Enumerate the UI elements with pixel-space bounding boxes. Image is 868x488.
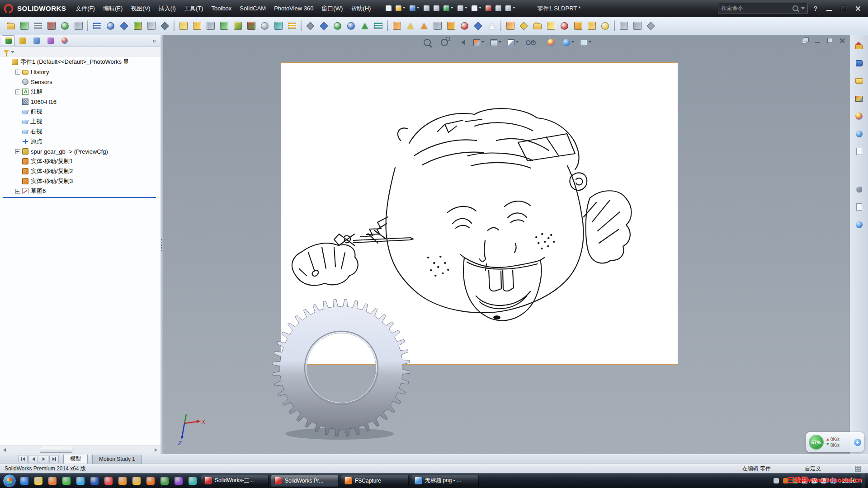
help-button[interactable]: ? — [808, 5, 823, 12]
macro-icon[interactable] — [645, 19, 657, 33]
separator[interactable] — [301, 20, 302, 31]
sketch-tool-icon[interactable] — [504, 19, 516, 33]
splitter-grip[interactable] — [161, 239, 162, 251]
stock-setup-icon[interactable] — [445, 19, 457, 33]
expand-icon[interactable] — [15, 179, 20, 184]
previous-view-icon[interactable] — [456, 37, 467, 48]
tree-item[interactable]: Sensors — [0, 77, 160, 87]
dome-icon[interactable] — [345, 19, 357, 33]
wrap-icon[interactable] — [331, 19, 344, 33]
minimize-button[interactable] — [823, 4, 835, 14]
gear-body[interactable] — [273, 299, 410, 436]
menu-item[interactable]: SolidCAM — [236, 0, 270, 17]
net-monitor-widget[interactable]: 57% 0K/s 0K/s — [806, 432, 864, 452]
tree-item[interactable]: 草图6 — [0, 186, 160, 196]
graphics-area[interactable]: X Z — [163, 35, 850, 454]
separator[interactable] — [87, 20, 88, 31]
chat-icon[interactable] — [61, 475, 72, 487]
trim-entities-icon[interactable] — [545, 19, 557, 33]
open-doc-icon[interactable] — [395, 4, 406, 14]
select-arrow-icon[interactable] — [486, 19, 498, 33]
intersect-icon[interactable] — [372, 19, 384, 33]
select-icon[interactable] — [471, 4, 482, 14]
scroll-right-icon[interactable] — [155, 448, 159, 452]
measure-icon[interactable] — [45, 19, 57, 33]
displaymanager-tab[interactable] — [58, 35, 71, 46]
open-library-icon[interactable] — [5, 19, 17, 33]
section-view-icon[interactable] — [473, 37, 485, 48]
video-icon[interactable] — [173, 475, 184, 487]
mirror-entities-icon[interactable] — [572, 19, 584, 33]
menu-item[interactable]: 文件(F) — [71, 0, 99, 17]
dimxpertmanager-tab[interactable] — [44, 35, 57, 46]
draft-icon[interactable] — [318, 19, 330, 33]
flex-icon[interactable] — [359, 19, 371, 33]
gear-part[interactable] — [264, 291, 418, 445]
design-library-icon[interactable] — [854, 58, 864, 69]
fscapture-task[interactable]: FSCapture — [341, 475, 409, 487]
menu-item[interactable]: 工具(T) — [180, 0, 208, 17]
net-monitor-expand-icon[interactable] — [854, 439, 861, 446]
panel-splitter[interactable] — [160, 35, 163, 454]
save-icon[interactable] — [409, 4, 420, 14]
expand-icon[interactable] — [15, 119, 20, 124]
toolbox-gear-icon[interactable] — [391, 19, 403, 33]
doc-restore-icon[interactable] — [826, 38, 833, 43]
media-player-icon[interactable] — [47, 475, 58, 487]
options-gear-icon[interactable] — [505, 4, 516, 14]
convert-entities-icon[interactable] — [531, 19, 543, 33]
word-icon[interactable] — [89, 475, 100, 487]
toolbox-icon[interactable] — [854, 184, 864, 195]
search-caret-icon[interactable] — [801, 7, 805, 11]
separator[interactable] — [174, 20, 175, 31]
chrome-icon[interactable] — [131, 475, 142, 487]
propertymanager-tab[interactable] — [16, 35, 29, 46]
new-doc-icon[interactable] — [385, 4, 392, 14]
edit-appearance-icon[interactable] — [545, 37, 557, 48]
tree-item[interactable]: 注解 — [0, 87, 160, 97]
music-icon[interactable] — [103, 475, 114, 487]
status-custom-text[interactable]: 自定义 — [805, 465, 821, 473]
menu-item[interactable]: PhotoView 360 — [270, 0, 317, 17]
redo-icon[interactable] — [457, 4, 468, 14]
menu-item[interactable]: 视图(V) — [127, 0, 154, 17]
firefox-icon[interactable] — [145, 475, 156, 487]
apply-scene-icon[interactable] — [562, 37, 574, 48]
custom-properties-icon[interactable] — [854, 146, 864, 157]
tree-item-root[interactable]: 零件1 (Default<<Default>_PhotoWorks 显 — [0, 57, 160, 67]
grid-icon[interactable] — [32, 19, 44, 33]
lofted-boss-icon[interactable] — [218, 19, 230, 33]
rx-diagnostics-icon[interactable] — [854, 219, 864, 230]
doc-cascade-icon[interactable] — [802, 38, 809, 43]
project-curve-icon[interactable] — [159, 19, 171, 33]
document-recovery-icon[interactable] — [854, 202, 864, 212]
revolve-boss-icon[interactable] — [191, 19, 203, 33]
expand-icon[interactable] — [15, 129, 20, 134]
menu-item[interactable]: Toolbox — [208, 0, 236, 17]
file-explorer-icon[interactable] — [854, 75, 864, 86]
linear-pattern-icon[interactable] — [286, 19, 298, 33]
reference-point-icon[interactable] — [104, 19, 117, 33]
display-style-icon[interactable] — [507, 37, 519, 48]
expand-icon[interactable] — [15, 89, 20, 94]
tab-scroll-next-button[interactable] — [39, 455, 48, 463]
status-grid-icon[interactable] — [855, 466, 861, 472]
solidworks-task[interactable]: SolidWorks Pr... — [271, 475, 339, 487]
solidworks-setup-task[interactable]: SolidWorks-三... — [201, 475, 269, 487]
tree-item[interactable]: History — [0, 67, 160, 77]
expand-icon[interactable] — [15, 80, 20, 84]
tree-item[interactable]: 实体-移动/复制1 — [0, 156, 160, 166]
view-palette-icon[interactable] — [854, 93, 864, 104]
configurationmanager-tab[interactable] — [30, 35, 43, 46]
tree-item[interactable]: 实体-移动/复制3 — [0, 176, 160, 186]
scale-icon[interactable] — [132, 19, 144, 33]
hide-show-items-icon[interactable] — [524, 37, 536, 48]
target-icon[interactable] — [458, 19, 471, 33]
expand-icon[interactable] — [15, 139, 20, 144]
scroll-thumb[interactable] — [40, 447, 72, 453]
shell-icon[interactable] — [272, 19, 284, 33]
import-icon[interactable] — [418, 19, 430, 33]
doc-minimize-icon[interactable] — [814, 38, 821, 43]
fillet-icon[interactable] — [259, 19, 271, 33]
file-properties-icon[interactable] — [495, 4, 502, 14]
